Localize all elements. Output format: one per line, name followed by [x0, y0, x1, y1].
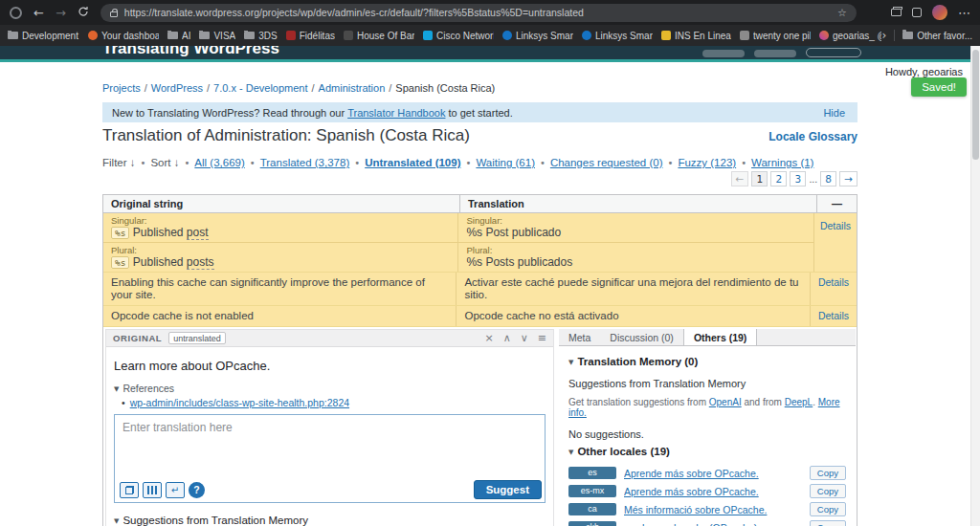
extensions-icon[interactable] [912, 8, 922, 17]
copy-button[interactable]: Copy [810, 502, 846, 516]
pagination-page-button[interactable]: 3 [790, 171, 806, 186]
bookmark-item[interactable]: Linksys Smart Wi-Fi [502, 31, 573, 41]
locale-translation-link[interactable]: Aprende más sobre OPcache. [624, 486, 802, 497]
browser-logo-icon[interactable] [10, 7, 22, 19]
locale-translation-link[interactable]: زیاتر بزانە دەربارەی (OPcache). [624, 522, 802, 526]
hide-notice-link[interactable]: Hide [823, 107, 845, 119]
bookmark-item[interactable]: Linksys Smart Wi-F... [582, 31, 653, 41]
help-button[interactable]: ? [189, 482, 205, 498]
bookmark-item[interactable]: VISA [199, 31, 235, 41]
glossary-term: post [187, 226, 209, 240]
site-favicon [740, 31, 749, 40]
filter-toggle[interactable]: Filter ↓ [102, 157, 136, 168]
handbook-link[interactable]: Translator Handbook [347, 107, 445, 119]
bookmark-item[interactable]: 3DS [244, 31, 277, 41]
sort-toggle[interactable]: Sort ↓ [150, 157, 179, 168]
filter-link-changes-requested[interactable]: Changes requested (0) [550, 157, 663, 168]
site-title[interactable]: Translating WordPress [102, 46, 279, 58]
details-link[interactable]: Details [820, 220, 851, 231]
source-string: Learn more about OPcache. [114, 359, 546, 373]
copy-button[interactable]: Copy [810, 484, 846, 498]
breadcrumb-link[interactable]: Projects [102, 82, 141, 94]
bookmark-item[interactable]: twenty one pilots -... [740, 31, 811, 41]
deepl-link[interactable]: DeepL [785, 397, 813, 407]
bookmark-item[interactable]: Development - Exp... [8, 31, 79, 41]
profile-avatar[interactable] [932, 5, 947, 20]
tab-meta[interactable]: Meta [559, 329, 600, 345]
header-nav-placeholder[interactable] [702, 50, 745, 57]
bookmark-item[interactable]: geoarias_ @geoari... [819, 31, 881, 41]
references-toggle[interactable]: ▼References [114, 383, 546, 394]
header-nav-placeholder[interactable] [754, 50, 796, 57]
more-bookmarks-chevron[interactable]: › [881, 29, 886, 42]
locale-translation-link[interactable]: Aprende más sobre OPcache. [624, 468, 802, 479]
filter-link-all[interactable]: All (3,669) [194, 157, 244, 168]
suggest-button[interactable]: Suggest [474, 480, 542, 499]
copy-original-button[interactable] [120, 482, 139, 498]
copy-button[interactable]: Copy [810, 466, 846, 480]
collections-icon[interactable] [891, 9, 902, 16]
breadcrumb-link[interactable]: WordPress [151, 82, 203, 94]
filter-link-warnings[interactable]: Warnings (1) [751, 157, 813, 168]
insert-special-button[interactable] [143, 482, 162, 498]
bookmark-item[interactable]: Cisco Networking... [423, 31, 494, 41]
locale-glossary-link[interactable]: Locale Glossary [768, 130, 858, 143]
scrollbar-thumb[interactable] [972, 50, 979, 160]
pagination-page-button[interactable]: 2 [770, 171, 787, 186]
triangle-icon: ▼ [568, 449, 573, 456]
tm-suggestions-toggle[interactable]: ▼Suggestions from Translation Memory [114, 515, 546, 526]
filter-link-translated[interactable]: Translated (3,378) [260, 157, 350, 168]
breadcrumb-link[interactable]: Administration [319, 82, 386, 94]
other-favorites[interactable]: Other favor... [902, 31, 972, 41]
filter-link-fuzzy[interactable]: Fuzzy (123) [678, 157, 736, 168]
translation-plural-text: %s Posts publicados [466, 256, 805, 269]
bullet-separator: • [465, 158, 471, 168]
tab-discussion[interactable]: Discussion (0) [600, 329, 683, 345]
site-favicon [582, 31, 591, 40]
bullet-separator: • [540, 158, 546, 168]
other-locales-toggle[interactable]: ▼Other locales (19) [568, 446, 846, 457]
breadcrumb-link[interactable]: 7.0.x - Development [213, 82, 307, 94]
details-link[interactable]: Details [818, 310, 849, 321]
table-row[interactable]: Singular: %s Published post Plural: %s P… [103, 213, 857, 273]
table-row[interactable]: Opcode cache is not enabled Opcode cache… [103, 306, 857, 327]
reference-link[interactable]: wp-admin/includes/class-wp-site-health.p… [130, 397, 349, 408]
pagination-next-button[interactable]: → [839, 171, 858, 186]
chevron-up-icon[interactable]: ∧ [503, 333, 511, 343]
chevron-down-icon[interactable]: ∨ [521, 333, 528, 343]
menu-icon[interactable]: ≡ [538, 333, 546, 343]
openai-link[interactable]: OpenAI [709, 397, 742, 407]
settings-ellipsis-button[interactable]: ⋯ [958, 7, 970, 19]
bookmark-item[interactable]: INS En Linea [661, 31, 731, 41]
pagination-page-button[interactable]: 8 [820, 171, 836, 186]
tab-others[interactable]: Others (19) [683, 329, 757, 345]
locale-translation-link[interactable]: Més informació sobre OPcache. [624, 504, 802, 515]
editor-header-actions: × ∧ ∨ ≡ [484, 333, 546, 343]
bookmark-item[interactable]: Fidélitas [286, 31, 335, 41]
translation-cell: Activar este caché puede significar una … [456, 273, 809, 305]
pagination-prev-button[interactable]: ← [731, 171, 749, 186]
forward-button[interactable]: → [56, 7, 66, 19]
page-scrollbar[interactable] [970, 46, 980, 526]
close-icon[interactable]: × [484, 333, 493, 343]
favorite-star-icon[interactable]: ☆ [837, 7, 847, 19]
tm-section-toggle[interactable]: ▼Translation Memory (0) [568, 356, 846, 367]
filter-link-untranslated[interactable]: Untranslated (109) [365, 157, 460, 168]
back-button[interactable]: ← [33, 7, 44, 19]
address-bar[interactable]: https://translate.wordpress.org/projects… [100, 4, 857, 22]
singular-group: Singular: %s Post publicado [458, 213, 813, 243]
bookmark-item[interactable]: Your dashboard [88, 31, 159, 41]
header-nav-placeholder[interactable] [806, 48, 861, 57]
bookmark-item[interactable]: House Of Barber [... [344, 31, 414, 41]
editor-original-panel: ORIGINAL untranslated × ∧ ∨ ≡ Learn more… [105, 329, 554, 526]
details-link[interactable]: Details [818, 276, 849, 288]
filter-link-waiting[interactable]: Waiting (61) [476, 157, 535, 168]
howdy-user-link[interactable]: Howdy, geoarias [885, 66, 963, 77]
translation-textarea[interactable] [115, 415, 545, 478]
breadcrumb-separator: / [145, 82, 147, 94]
copy-button[interactable]: Copy [810, 520, 846, 526]
table-row[interactable]: Enabling this cache can significantly im… [103, 273, 857, 306]
insert-newline-button[interactable]: ↵ [166, 482, 185, 498]
refresh-button[interactable] [78, 6, 89, 19]
bookmark-item[interactable]: AI [167, 31, 190, 41]
